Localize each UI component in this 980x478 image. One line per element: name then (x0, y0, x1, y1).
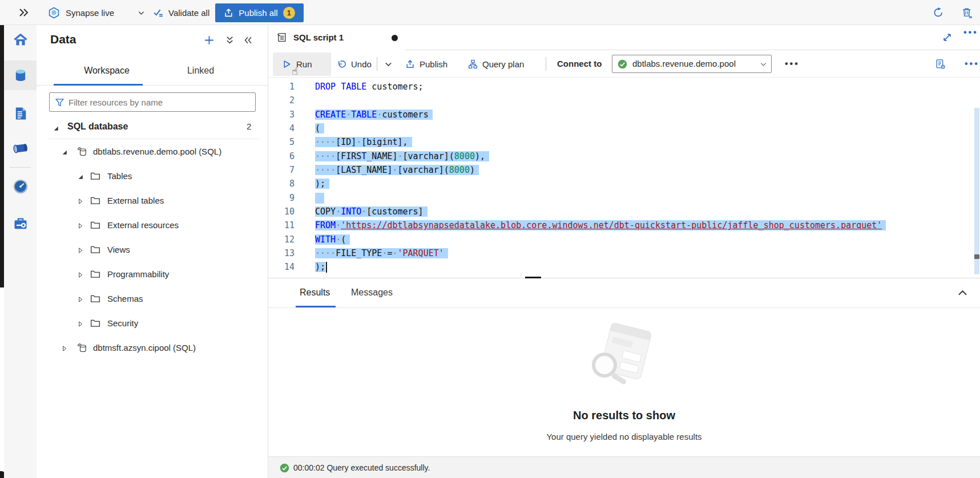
tree-root-sql-database[interactable]: SQL database 2 (37, 115, 268, 139)
folder-icon (90, 196, 100, 205)
validate-all-button[interactable]: Validate all (153, 0, 209, 25)
collapsed-caret-icon[interactable] (61, 344, 68, 351)
code-line[interactable]: 4( (268, 121, 980, 135)
code-line-content: ····[FIRST_NAME]·[varchar](8000), (315, 151, 489, 161)
code-line-content: ····FILE_TYPE·=·'PARQUET' (315, 248, 448, 258)
expanded-caret-icon[interactable] (61, 148, 68, 155)
more-commands-icon[interactable]: ••• (965, 50, 979, 78)
tree-item-label: External tables (107, 188, 164, 213)
expanded-caret-icon[interactable] (53, 124, 59, 131)
nav-item-integrate[interactable] (4, 133, 37, 163)
tab-workspace[interactable]: Workspace (65, 56, 148, 86)
tree-item-list: dbtlabs.revenue.demo.pool (SQL)TablesExt… (37, 139, 268, 360)
chevron-down-icon (759, 60, 768, 68)
code-line[interactable]: 9 (268, 191, 980, 205)
filter-box (49, 92, 256, 112)
code-line[interactable]: 3CREATE·TABLE·customers (268, 108, 980, 121)
publish-count-badge: 1 (283, 7, 295, 19)
code-line[interactable]: 5····[ID]·[bigint], (268, 135, 980, 149)
code-line[interactable]: 14); (268, 260, 980, 274)
data-icon (13, 67, 29, 83)
tree-item-programmability[interactable]: Programmability (37, 262, 268, 286)
tab-more-actions-icon[interactable]: ••• (963, 27, 974, 38)
validate-check-icon (153, 8, 164, 18)
synapse-studio-window: Synapse live Validate all Publish all 1 (0, 0, 980, 478)
code-line[interactable]: 1DROP TABLE customers; (268, 80, 980, 94)
collapse-all-icon[interactable] (224, 35, 235, 46)
filter-input[interactable] (68, 94, 251, 111)
code-line[interactable]: 7····[LAST_NAME]·[varchar](8000) (268, 163, 980, 177)
tree-item-label: Views (107, 237, 130, 262)
properties-icon[interactable] (935, 50, 950, 78)
collapsed-caret-icon[interactable] (77, 295, 84, 302)
toolbar-more-icon[interactable]: ••• (785, 50, 800, 78)
tab-messages[interactable]: Messages (351, 278, 393, 308)
collapsed-caret-icon[interactable] (77, 197, 84, 204)
undo-button[interactable]: Undo (337, 50, 372, 78)
tree-item-security[interactable]: Security (37, 311, 268, 335)
unsaved-dot-icon (392, 35, 398, 41)
tree-item-external-resources[interactable]: External resources (37, 213, 268, 237)
code-line[interactable]: 13····FILE_TYPE·=·'PARQUET' (268, 246, 980, 260)
expand-editor-icon[interactable] (942, 32, 953, 43)
code-line[interactable]: 11FROM·'https://dbtlabsynapsedatalake.bl… (268, 218, 980, 232)
code-line[interactable]: 6····[FIRST_NAME]·[varchar](8000), (268, 149, 980, 163)
nav-item-manage[interactable] (4, 209, 37, 238)
publish-button[interactable]: Publish (405, 50, 447, 78)
code-line[interactable]: 10COPY·INTO·[customers] (268, 205, 980, 218)
query-plan-button[interactable]: Query plan (468, 50, 524, 78)
nav-item-develop[interactable] (4, 99, 37, 128)
nav-item-data[interactable] (4, 60, 37, 90)
tree-item-dbtmsft-azsyn-cipool-sql[interactable]: dbtmsft.azsyn.cipool (SQL) (37, 335, 268, 360)
panel-title: Data (50, 33, 76, 46)
line-number: 5 (268, 135, 295, 149)
expand-menu-icon[interactable] (17, 6, 30, 19)
discard-trash-icon[interactable] (961, 7, 973, 18)
tree-item-label: dbtmsft.azsyn.cipool (SQL) (93, 335, 196, 360)
refresh-icon[interactable] (933, 7, 944, 18)
publish-all-button[interactable]: Publish all 1 (215, 3, 304, 22)
tree-item-views[interactable]: Views (37, 237, 268, 262)
collapsed-caret-icon[interactable] (77, 319, 84, 327)
nav-item-monitor[interactable] (4, 172, 37, 201)
tree-item-label: Schemas (107, 286, 143, 311)
collapse-results-chevron-icon[interactable] (957, 287, 969, 299)
tree-item-tables[interactable]: Tables (37, 164, 268, 188)
run-options-chevron-icon[interactable] (384, 50, 398, 78)
folder-icon (90, 220, 100, 230)
expanded-caret-icon[interactable] (77, 172, 84, 180)
connect-pool-dropdown[interactable]: dbtlabs.revenue.demo.pool (612, 55, 772, 73)
line-number: 4 (268, 121, 295, 135)
collapsed-caret-icon[interactable] (77, 246, 84, 253)
tree-item-external-tables[interactable]: External tables (37, 188, 268, 213)
code-line[interactable]: 12WITH·( (268, 233, 980, 246)
code-line-content: ····[ID]·[bigint], (315, 137, 412, 147)
tree-item-schemas[interactable]: Schemas (37, 286, 268, 311)
line-number: 11 (268, 218, 295, 232)
code-editor[interactable]: 1DROP TABLE customers;23CREATE·TABLE·cus… (268, 78, 980, 278)
integrate-icon (13, 140, 29, 156)
connect-to-label: Connect to (557, 50, 602, 78)
code-line[interactable]: 2 (268, 94, 980, 107)
code-line-content: FROM·'https://dbtlabsynapsedatalake.blob… (315, 220, 886, 230)
collapsed-caret-icon[interactable] (77, 270, 84, 278)
line-number: 3 (268, 108, 295, 121)
add-icon[interactable] (204, 35, 215, 46)
tab-sql-script-1[interactable]: SQL script 1 (271, 25, 405, 50)
empty-title: No results to show (268, 409, 980, 422)
line-number: 1 (268, 80, 295, 94)
nav-item-home[interactable] (4, 25, 37, 55)
code-line[interactable]: 8); (268, 177, 980, 191)
line-number: 6 (268, 149, 295, 163)
collapse-panel-icon[interactable] (243, 35, 253, 46)
collapsed-caret-icon[interactable] (77, 221, 84, 229)
tree-item-dbtlabs-revenue-demo-pool-sql[interactable]: dbtlabs.revenue.demo.pool (SQL) (37, 139, 268, 164)
tab-linked[interactable]: Linked (168, 56, 233, 86)
mode-selector-dropdown[interactable]: Synapse live (48, 0, 146, 25)
monitor-icon (13, 179, 29, 195)
line-number: 13 (268, 246, 295, 260)
code-line-content: CREATE·TABLE·customers (315, 110, 433, 120)
overview-ruler-selection (974, 108, 979, 274)
left-nav-rail (4, 25, 37, 478)
tab-results[interactable]: Results (300, 278, 330, 308)
